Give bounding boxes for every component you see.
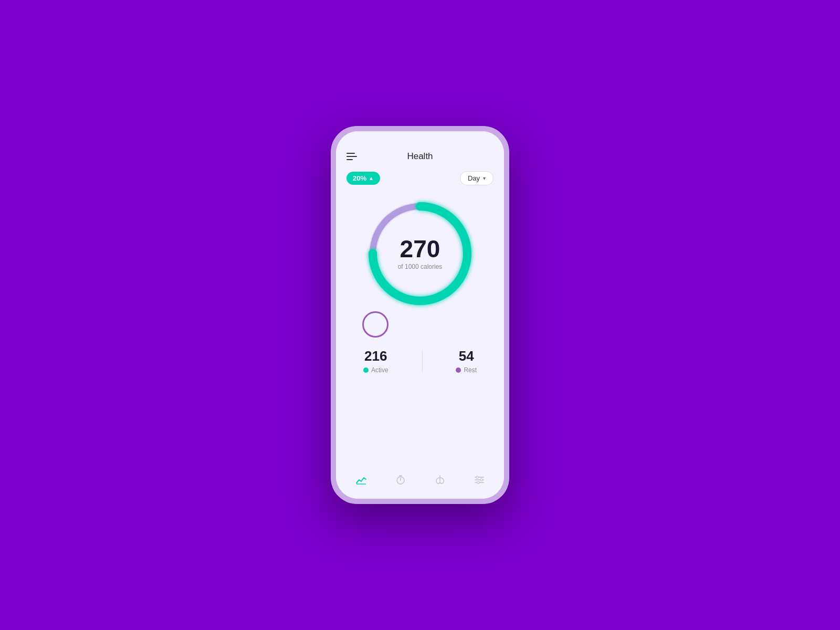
nav-item-chart[interactable] [350,468,373,491]
calorie-donut-chart: 270 of 1000 calories [362,196,478,311]
calories-total-label: of 1000 calories [398,263,443,270]
nav-item-lungs[interactable] [428,468,452,491]
period-dropdown[interactable]: Day ▾ [460,171,494,185]
badge-value: 20% [353,174,366,182]
chart-center-info: 270 of 1000 calories [398,237,443,270]
nav-item-timer[interactable] [389,468,412,491]
bottom-navigation [336,465,504,499]
rest-label: Rest [464,366,477,374]
dropdown-value: Day [468,174,480,182]
stats-row: 216 Active 54 Rest [346,348,494,374]
top-controls-row: 20% ▲ Day ▾ [346,171,494,185]
menu-button[interactable] [346,153,357,160]
chart-line-icon [355,474,368,486]
svg-point-11 [476,476,478,478]
svg-point-12 [480,479,482,481]
active-stat: 216 Active [363,348,388,374]
menu-line-3 [346,159,353,160]
svg-point-13 [477,481,479,484]
active-dot-icon [363,368,369,373]
phone-device: Health 20% ▲ Day ▾ [331,126,509,504]
phone-screen: Health 20% ▲ Day ▾ [336,131,504,499]
active-label: Active [371,366,388,374]
page-title: Health [407,151,433,162]
badge-arrow-icon: ▲ [369,175,374,181]
lungs-icon [434,474,446,486]
timer-icon [394,474,407,486]
rest-label-row: Rest [456,366,477,374]
menu-line-2 [346,156,357,157]
small-ring [362,311,388,338]
progress-badge[interactable]: 20% ▲ [346,172,380,185]
status-bar [336,131,504,146]
active-label-row: Active [363,366,388,374]
chevron-down-icon: ▾ [483,175,486,181]
active-value: 216 [364,348,387,364]
rest-value: 54 [459,348,474,364]
rest-dot-icon [456,368,461,373]
nav-item-settings[interactable] [468,468,491,491]
small-ring-container [346,311,494,338]
stat-divider [422,351,423,372]
app-header: Health [336,146,504,166]
sliders-icon [473,474,486,486]
calories-current: 270 [398,237,443,261]
main-content: 20% ▲ Day ▾ [336,166,504,465]
rest-stat: 54 Rest [456,348,477,374]
menu-line-1 [346,153,355,154]
